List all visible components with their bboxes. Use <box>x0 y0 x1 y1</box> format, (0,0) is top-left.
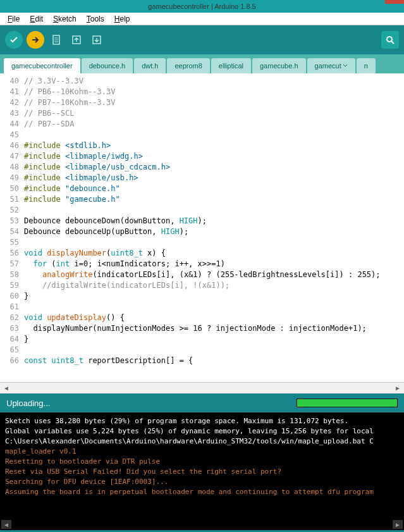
line-gutter: 40 41 42 43 44 45 46 47 48 49 50 51 52 5… <box>0 73 23 382</box>
code-area[interactable]: // 3.3V--3.3V // PB6--10Kohm--3.3V // PB… <box>23 73 404 382</box>
status-bar: Uploading... <box>0 393 404 412</box>
arrow-down-icon <box>91 34 102 46</box>
window-close-button[interactable] <box>385 0 404 4</box>
menu-help[interactable]: Help <box>109 13 135 25</box>
console-output[interactable]: Sketch uses 38,280 bytes (29%) of progra… <box>0 412 404 519</box>
open-button[interactable] <box>68 32 85 48</box>
upload-button[interactable] <box>27 31 44 49</box>
arrow-right-icon <box>30 35 40 45</box>
serial-monitor-button[interactable] <box>381 31 399 49</box>
tab-bar: gamecubecontroller debounce.h dwt.h eepr… <box>0 54 404 73</box>
menu-file[interactable]: File <box>3 13 25 25</box>
tab-debounce[interactable]: debounce.h <box>82 58 133 73</box>
tab-overflow[interactable]: n <box>357 58 376 73</box>
check-icon <box>9 35 19 45</box>
tab-dwt[interactable]: dwt.h <box>134 58 166 73</box>
console-hscrollbar[interactable]: ◄ ► <box>0 519 404 530</box>
console-scroll-track[interactable] <box>11 520 393 529</box>
menubar: File Edit Sketch Tools Help <box>0 13 404 25</box>
code-editor[interactable]: 40 41 42 43 44 45 46 47 48 49 50 51 52 5… <box>0 73 404 382</box>
svg-point-6 <box>387 37 392 42</box>
window-title: gamecubecontroller | Arduino 1.8.5 <box>148 3 255 10</box>
chevron-down-icon <box>343 63 348 68</box>
file-icon <box>51 34 62 46</box>
tab-gamecut[interactable]: gamecut <box>307 58 355 73</box>
scroll-right-button[interactable]: ► <box>393 384 403 393</box>
scroll-left-button[interactable]: ◄ <box>1 384 11 393</box>
scroll-track[interactable] <box>11 384 393 393</box>
menu-edit[interactable]: Edit <box>25 13 48 25</box>
arrow-up-icon <box>71 34 82 46</box>
console-scroll-left[interactable]: ◄ <box>1 520 11 529</box>
menu-sketch[interactable]: Sketch <box>48 13 82 25</box>
tab-elliptical[interactable]: elliptical <box>211 58 251 73</box>
magnify-icon <box>385 35 395 45</box>
verify-button[interactable] <box>5 31 23 49</box>
toolbar <box>0 25 404 54</box>
save-button[interactable] <box>89 32 105 48</box>
new-button[interactable] <box>48 32 64 48</box>
tab-eeprom8[interactable]: eeprom8 <box>167 58 209 73</box>
tab-gamecube[interactable]: gamecube.h <box>252 58 306 73</box>
status-text: Uploading... <box>6 399 297 408</box>
editor-hscrollbar[interactable]: ◄ ► <box>0 382 404 393</box>
svg-line-7 <box>391 41 394 44</box>
progress-fill <box>297 399 397 407</box>
tab-gamecubecontroller[interactable]: gamecubecontroller <box>4 58 80 73</box>
progress-bar <box>297 399 398 407</box>
console-scroll-right[interactable]: ► <box>393 520 403 529</box>
menu-tools[interactable]: Tools <box>82 13 109 25</box>
titlebar: gamecubecontroller | Arduino 1.8.5 <box>0 0 404 13</box>
